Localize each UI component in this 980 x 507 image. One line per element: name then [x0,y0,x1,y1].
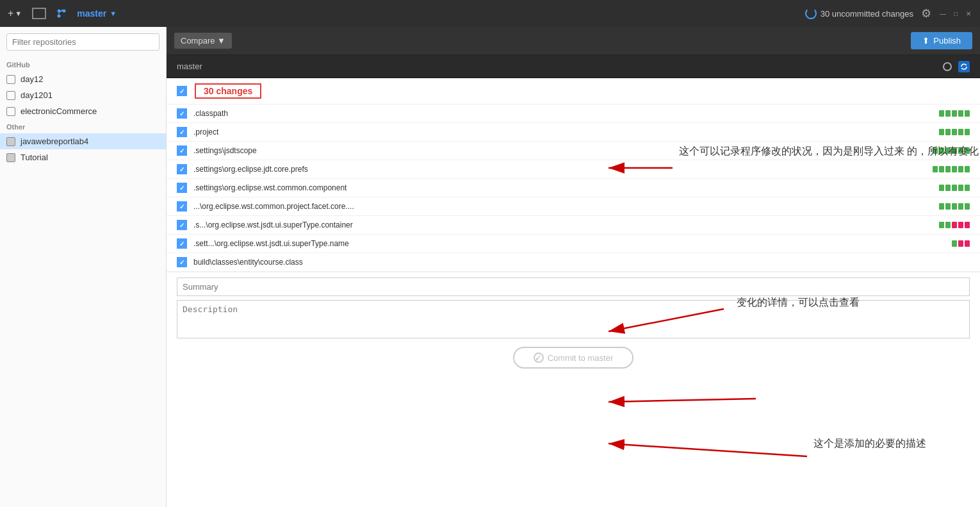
svg-point-2 [58,15,61,18]
filter-repos-input[interactable] [6,33,159,51]
svg-point-0 [58,10,61,13]
changes-area: ✓ 30 changes ✓ .classpath ✓ .project [167,78,980,507]
change-bars [939,110,970,117]
change-item-classpath[interactable]: ✓ .classpath [167,104,980,123]
change-item-course-class[interactable]: ✓ build\classes\entity\course.class [167,253,980,272]
change-bars [933,166,970,172]
change-item-jdt-prefs[interactable]: ✓ .settings\org.eclipse.jdt.core.prefs [167,160,980,179]
changes-count-badge: 30 changes [195,83,261,99]
sidebar: GitHub day12 day1201 electronicCommerce … [0,27,167,507]
sidebar-item-electroniccommerce[interactable]: electronicCommerce [0,103,166,119]
sidebar-item-day1201[interactable]: day1201 [0,87,166,103]
other-section-label: Other [0,119,166,133]
branch-row: master [167,55,980,78]
commit-form: ✓ Commit to master [167,272,980,379]
publish-icon: ⬆ [922,36,929,46]
change-bars [939,203,970,210]
sidebar-item-day12[interactable]: day12 [0,71,166,87]
checkbox[interactable]: ✓ [177,257,187,267]
description-input[interactable] [177,300,970,338]
sidebar-item-tutorial[interactable]: Tutorial [0,149,166,165]
repo-icon [6,137,15,146]
close-button[interactable]: ✕ [965,10,972,17]
checkbox[interactable]: ✓ [177,238,187,249]
change-bars [933,147,970,154]
uncommitted-changes[interactable]: 30 uncommitted changes [805,8,913,19]
minimize-button[interactable]: — [939,10,947,17]
settings-icon[interactable]: ⚙ [921,6,931,21]
main-container: GitHub day12 day1201 electronicCommerce … [0,27,980,507]
git-icon [56,8,67,19]
content-area: Compare ▼ ⬆ Publish master [167,27,980,507]
change-item-wst-common[interactable]: ✓ .settings\org.eclipse.wst.common.compo… [167,179,980,197]
branch-selector[interactable]: master ▼ [77,8,117,19]
title-bar-right: 30 uncommitted changes ⚙ — □ ✕ [805,6,972,21]
github-section-label: GitHub [0,57,166,71]
changes-header: ✓ 30 changes [167,78,980,104]
change-item-jsdtscope[interactable]: ✓ .settings\jsdtscope [167,142,980,160]
summary-input[interactable] [177,278,970,296]
change-bars [939,222,970,228]
maximize-button[interactable]: □ [952,10,960,17]
change-item-facet-core[interactable]: ✓ ...\org.eclipse.wst.common.project.fac… [167,197,980,216]
commit-button[interactable]: ✓ Commit to master [513,347,634,369]
repo-icon [6,153,15,162]
add-button[interactable]: + ▼ [8,8,22,19]
repo-icon [6,75,15,84]
checkbox[interactable]: ✓ [177,220,187,230]
change-bars [939,185,970,191]
checkbox[interactable]: ✓ [177,127,187,137]
checkbox[interactable]: ✓ [177,201,187,212]
window-controls: — □ ✕ [939,10,972,17]
checkbox[interactable]: ✓ [177,108,187,119]
branch-icons [943,61,970,72]
repo-icon [6,91,15,100]
toolbar: Compare ▼ ⬆ Publish [167,27,980,55]
change-item-project[interactable]: ✓ .project [167,123,980,142]
repo-icon [6,107,15,116]
commit-btn-row: ✓ Commit to master [177,347,970,369]
title-bar: + ▼ master ▼ 30 uncommitted changes ⚙ — … [0,0,980,27]
compare-button[interactable]: Compare ▼ [174,33,232,49]
sync-icon [805,8,817,19]
circle-icon [943,62,952,71]
change-bars [939,129,970,135]
checkbox[interactable]: ✓ [177,164,187,174]
sync-active-icon[interactable] [958,61,970,72]
change-item-supertype-container[interactable]: ✓ .s...\org.eclipse.wst.jsdt.ui.superTyp… [167,216,980,235]
sidebar-item-javawebreportlab4[interactable]: javawebreportlab4 [0,133,166,149]
change-item-supertype-name[interactable]: ✓ .sett...\org.eclipse.wst.jsdt.ui.super… [167,235,980,253]
change-bars [952,240,970,247]
select-all-checkbox[interactable]: ✓ [177,86,187,96]
checkbox[interactable]: ✓ [177,145,187,156]
sidebar-toggle[interactable] [32,8,46,19]
title-bar-left: + ▼ master ▼ [8,8,117,19]
publish-button[interactable]: ⬆ Publish [911,32,972,49]
checkbox[interactable]: ✓ [177,183,187,193]
commit-check-icon: ✓ [534,353,544,363]
